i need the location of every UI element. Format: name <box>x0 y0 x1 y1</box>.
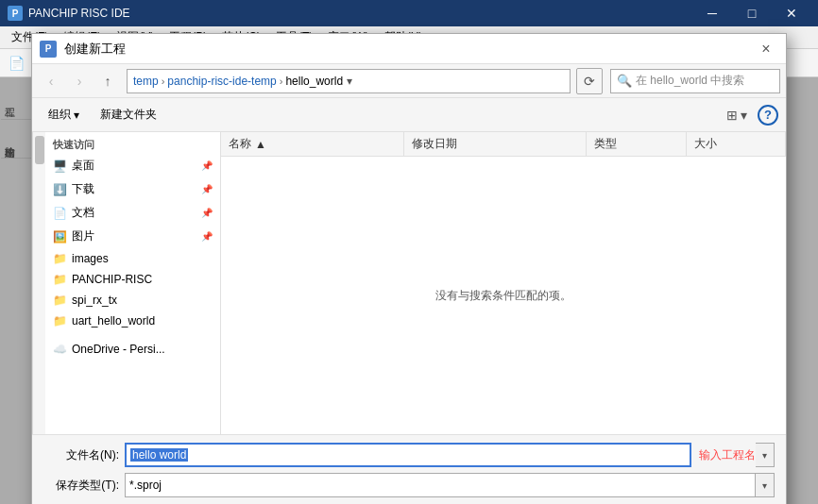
ide-content: 工程 构建输出 P 创建新工程 × ‹ › ↑ temp <box>0 77 818 504</box>
col-date-label: 修改日期 <box>412 137 457 150</box>
uart-folder-icon: 📁 <box>53 314 67 328</box>
organize-label: 组织 <box>48 107 71 123</box>
documents-label: 文档 <box>72 205 94 221</box>
dialog-overlay: P 创建新工程 × ‹ › ↑ temp › panchip-risc-ide-… <box>0 77 818 504</box>
spi-folder-icon: 📁 <box>53 294 67 307</box>
ide-icon: P <box>8 6 23 21</box>
organize-chevron-icon: ▾ <box>74 109 79 122</box>
filename-row: 文件名(N): hello world 输入工程名 ▾ <box>43 443 775 467</box>
pin-icon-documents: 📌 <box>201 208 213 218</box>
images-folder-icon: 📁 <box>53 252 67 265</box>
dialog-icon: P <box>40 41 57 58</box>
new-folder-label: 新建文件夹 <box>100 107 157 123</box>
ide-titlebar: P PANCHIP RISC IDE ─ □ ✕ <box>0 0 818 26</box>
maximize-button[interactable]: □ <box>733 0 771 26</box>
pin-icon-pictures: 📌 <box>201 231 213 242</box>
col-date[interactable]: 修改日期 <box>404 132 588 156</box>
window-controls: ─ □ ✕ <box>693 0 810 26</box>
pictures-icon: 🖼️ <box>53 230 67 244</box>
help-button[interactable]: ? <box>758 105 778 126</box>
search-placeholder-text: 在 hello_world 中搜索 <box>636 73 744 89</box>
path-arrow-2: › <box>280 76 283 87</box>
dialog-toolbar: 组织 ▾ 新建文件夹 ⊞ ▾ ? <box>32 98 786 132</box>
downloads-icon: ⬇️ <box>53 183 67 196</box>
spi-label: spi_rx_tx <box>72 294 117 307</box>
refresh-button[interactable]: ⟳ <box>576 68 603 94</box>
dialog-close-button[interactable]: × <box>754 37 778 61</box>
pin-icon-desktop: 📌 <box>201 160 213 171</box>
filename-hint-text: 输入工程名 <box>699 447 756 463</box>
ide-title: PANCHIP RISC IDE <box>28 7 693 20</box>
file-list-header: 名称 ▲ 修改日期 类型 大小 <box>221 132 786 157</box>
desktop-icon: 🖥️ <box>53 160 67 173</box>
close-button[interactable]: ✕ <box>773 0 810 26</box>
dialog-title: 创建新工程 <box>64 41 754 58</box>
filename-label: 文件名(N): <box>43 447 119 463</box>
col-size[interactable]: 大小 <box>687 132 786 156</box>
tree-item-uart[interactable]: 📁 uart_hello_world <box>45 311 220 331</box>
onedrive-icon: ☁️ <box>53 343 67 356</box>
dialog-navbar: ‹ › ↑ temp › panchip-risc-ide-temp › hel… <box>32 64 786 98</box>
tree-section-quick-access: 快速访问 <box>45 132 220 154</box>
empty-message: 没有与搜索条件匹配的项。 <box>435 288 571 304</box>
create-project-dialog: P 创建新工程 × ‹ › ↑ temp › panchip-risc-ide-… <box>31 33 787 504</box>
filename-selected-text: hello world <box>130 448 188 462</box>
tree-item-desktop[interactable]: 🖥️ 桌面 📌 <box>45 154 220 177</box>
tree-item-images[interactable]: 📁 images <box>45 248 220 269</box>
filename-input-wrapper: hello world 输入工程名 ▾ <box>125 443 775 467</box>
search-icon: 🔍 <box>617 74 632 88</box>
path-segment-current: hello_world <box>285 75 343 88</box>
onedrive-label: OneDrive - Persi... <box>72 343 165 356</box>
view-toggle-button[interactable]: ⊞ ▾ <box>724 102 750 128</box>
filetype-label: 保存类型(T): <box>43 478 119 494</box>
downloads-label: 下载 <box>72 181 94 197</box>
file-tree-panel: 快速访问 🖥️ 桌面 📌 ⬇️ 下载 📌 <box>45 132 220 434</box>
desktop-label: 桌面 <box>72 158 94 174</box>
filename-dropdown-button[interactable]: ▾ <box>756 443 775 467</box>
pin-icon-downloads: 📌 <box>201 184 213 194</box>
tree-item-spi[interactable]: 📁 spi_rx_tx <box>45 290 220 311</box>
toolbar-new-icon[interactable]: 📄 <box>4 51 28 76</box>
dialog-body: 快速访问 🖥️ 桌面 📌 ⬇️ 下载 📌 <box>32 132 786 434</box>
filetype-dropdown-button[interactable]: ▾ <box>756 473 775 497</box>
tree-scrollbar-thumb[interactable] <box>35 136 44 164</box>
tree-item-documents[interactable]: 📄 文档 📌 <box>45 201 220 225</box>
minimize-button[interactable]: ─ <box>693 0 731 26</box>
panchip-folder-icon: 📁 <box>53 273 67 286</box>
pictures-label: 图片 <box>72 228 94 244</box>
path-segment-temp: temp <box>133 75 159 88</box>
organize-button[interactable]: 组织 ▾ <box>40 103 88 126</box>
col-name[interactable]: 名称 ▲ <box>221 132 404 156</box>
uart-label: uart_hello_world <box>72 314 155 328</box>
filetype-select-wrapper: *.sproj ▾ <box>125 473 775 497</box>
col-type-label: 类型 <box>594 137 617 150</box>
dialog-titlebar: P 创建新工程 × <box>32 34 786 64</box>
dialog-bottom: 文件名(N): hello world 输入工程名 ▾ 保存类型(T): <box>32 434 786 504</box>
col-size-label: 大小 <box>694 137 717 150</box>
documents-icon: 📄 <box>53 207 67 220</box>
ide-window: P PANCHIP RISC IDE ─ □ ✕ 文件(F) 编辑(E) 视图(… <box>0 0 818 504</box>
path-arrow-1: › <box>162 76 165 87</box>
nav-forward-button[interactable]: › <box>66 68 93 94</box>
tree-scrollbar[interactable] <box>32 132 45 434</box>
col-name-label: 名称 <box>229 136 251 152</box>
path-dropdown-icon[interactable]: ▾ <box>347 75 352 88</box>
filetype-row: 保存类型(T): *.sproj ▾ <box>43 473 775 497</box>
search-bar[interactable]: 🔍 在 hello_world 中搜索 <box>610 69 780 93</box>
tree-item-pictures[interactable]: 🖼️ 图片 📌 <box>45 225 220 248</box>
path-segment-risc: panchip-risc-ide-temp <box>167 75 276 88</box>
tree-item-panchip[interactable]: 📁 PANCHIP-RISC <box>45 269 220 290</box>
sort-icon: ▲ <box>255 138 266 151</box>
nav-back-button[interactable]: ‹ <box>38 68 64 94</box>
nav-up-button[interactable]: ↑ <box>94 68 121 94</box>
tree-item-onedrive[interactable]: ☁️ OneDrive - Persi... <box>45 339 220 360</box>
col-type[interactable]: 类型 <box>587 132 686 156</box>
file-list-body: 没有与搜索条件匹配的项。 <box>221 157 786 434</box>
path-bar[interactable]: temp › panchip-risc-ide-temp › hello_wor… <box>127 69 571 93</box>
new-folder-button[interactable]: 新建文件夹 <box>92 103 165 126</box>
panchip-label: PANCHIP-RISC <box>72 273 152 286</box>
file-list-panel: 名称 ▲ 修改日期 类型 大小 <box>221 132 786 434</box>
tree-item-downloads[interactable]: ⬇️ 下载 📌 <box>45 177 220 201</box>
images-label: images <box>72 252 109 265</box>
filetype-value-text: *.sproj <box>129 479 162 492</box>
